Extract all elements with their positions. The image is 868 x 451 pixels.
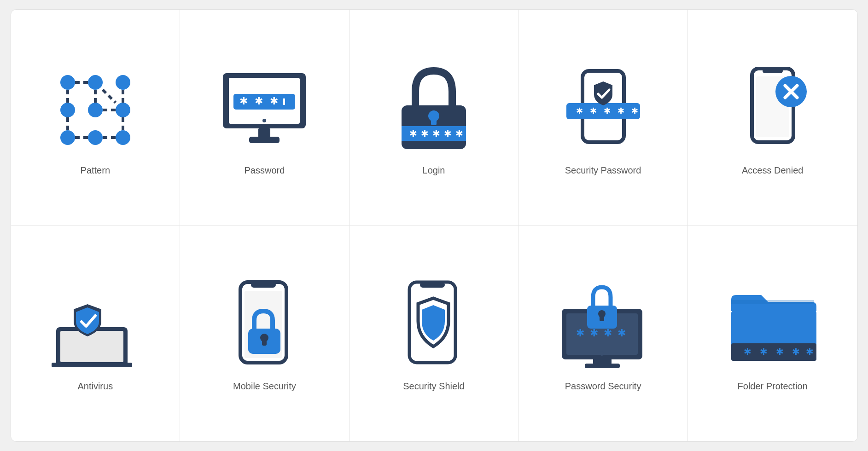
security-shield-label: Security Shield bbox=[403, 381, 464, 392]
antivirus-label: Antivirus bbox=[77, 381, 113, 392]
svg-rect-26 bbox=[258, 128, 270, 138]
svg-rect-74 bbox=[600, 315, 604, 321]
cell-password: ✱ ✱ ✱ Password bbox=[180, 10, 350, 226]
svg-point-1 bbox=[88, 75, 103, 90]
login-icon: ✱ ✱ ✱ ✱ ✱ bbox=[388, 64, 480, 156]
svg-text:✱: ✱ bbox=[617, 106, 624, 116]
svg-rect-71 bbox=[585, 364, 620, 368]
svg-text:✱: ✱ bbox=[604, 327, 612, 339]
cell-security-shield: Security Shield bbox=[350, 226, 519, 441]
svg-text:✱: ✱ bbox=[443, 128, 451, 139]
svg-text:✱: ✱ bbox=[603, 106, 610, 116]
svg-text:✱: ✱ bbox=[743, 347, 751, 357]
svg-text:✱: ✱ bbox=[420, 128, 428, 139]
access-denied-icon bbox=[727, 64, 819, 156]
svg-point-28 bbox=[262, 119, 266, 122]
svg-rect-60 bbox=[262, 339, 267, 346]
security-password-label: Security Password bbox=[565, 165, 641, 176]
svg-text:✱: ✱ bbox=[409, 128, 417, 139]
cell-mobile-security: Mobile Security bbox=[180, 226, 350, 441]
svg-rect-27 bbox=[249, 137, 280, 143]
password-icon: ✱ ✱ ✱ bbox=[218, 64, 310, 156]
svg-text:✱: ✱ bbox=[618, 327, 626, 339]
svg-rect-37 bbox=[431, 117, 437, 125]
svg-point-3 bbox=[60, 103, 75, 117]
password-label: Password bbox=[244, 165, 285, 176]
svg-point-8 bbox=[116, 130, 130, 145]
security-password-icon: ✱ ✱ ✱ ✱ ✱ bbox=[557, 64, 649, 156]
cell-antivirus: Antivirus bbox=[11, 226, 181, 441]
svg-point-5 bbox=[116, 103, 130, 117]
svg-text:✱: ✱ bbox=[759, 347, 767, 357]
svg-rect-25 bbox=[283, 98, 285, 105]
folder-protection-label: Folder Protection bbox=[738, 381, 808, 392]
password-security-label: Password Security bbox=[565, 381, 641, 392]
svg-point-0 bbox=[60, 75, 75, 90]
pattern-icon bbox=[49, 64, 141, 156]
svg-point-7 bbox=[88, 130, 103, 145]
cell-login: ✱ ✱ ✱ ✱ ✱ Login bbox=[350, 10, 519, 226]
cell-password-security: ✱ ✱ ✱ ✱ Password Security bbox=[518, 226, 688, 441]
svg-rect-56 bbox=[251, 282, 276, 288]
svg-text:✱: ✱ bbox=[576, 327, 584, 339]
svg-point-69 bbox=[600, 351, 604, 356]
antivirus-icon bbox=[49, 280, 141, 372]
svg-text:✱: ✱ bbox=[775, 347, 783, 357]
svg-rect-70 bbox=[593, 356, 612, 364]
svg-text:✱: ✱ bbox=[432, 128, 440, 139]
pattern-label: Pattern bbox=[81, 165, 110, 176]
svg-line-18 bbox=[103, 90, 116, 103]
svg-point-2 bbox=[116, 75, 130, 90]
mobile-security-icon bbox=[218, 280, 310, 372]
svg-text:✱: ✱ bbox=[589, 106, 596, 116]
svg-text:✱: ✱ bbox=[805, 347, 813, 357]
password-security-icon: ✱ ✱ ✱ ✱ bbox=[557, 280, 649, 372]
svg-rect-53 bbox=[60, 331, 123, 362]
svg-rect-82 bbox=[731, 300, 814, 304]
svg-text:✱: ✱ bbox=[576, 106, 583, 116]
icon-grid: Pattern ✱ ✱ ✱ bbox=[11, 9, 858, 442]
svg-text:✱: ✱ bbox=[792, 347, 799, 357]
svg-rect-54 bbox=[52, 363, 132, 367]
access-denied-label: Access Denied bbox=[742, 165, 803, 176]
cell-security-password: ✱ ✱ ✱ ✱ ✱ Security Password bbox=[518, 10, 688, 226]
mobile-security-label: Mobile Security bbox=[233, 381, 296, 392]
svg-text:✱: ✱ bbox=[270, 95, 278, 107]
svg-text:✱: ✱ bbox=[590, 327, 598, 339]
svg-text:✱: ✱ bbox=[255, 95, 263, 107]
svg-text:✱: ✱ bbox=[239, 95, 248, 107]
svg-text:✱: ✱ bbox=[631, 106, 638, 116]
svg-point-6 bbox=[60, 130, 75, 145]
svg-point-4 bbox=[88, 103, 103, 117]
svg-rect-62 bbox=[420, 282, 445, 288]
security-shield-icon bbox=[388, 280, 480, 372]
login-label: Login bbox=[423, 165, 445, 176]
cell-access-denied: Access Denied bbox=[688, 10, 857, 226]
svg-text:✱: ✱ bbox=[455, 128, 463, 139]
cell-pattern: Pattern bbox=[11, 10, 181, 226]
svg-rect-47 bbox=[763, 69, 783, 73]
cell-folder-protection: ✱ ✱ ✱ ✱ ✱ Folder Protection bbox=[688, 226, 857, 441]
folder-protection-icon: ✱ ✱ ✱ ✱ ✱ bbox=[727, 280, 819, 372]
